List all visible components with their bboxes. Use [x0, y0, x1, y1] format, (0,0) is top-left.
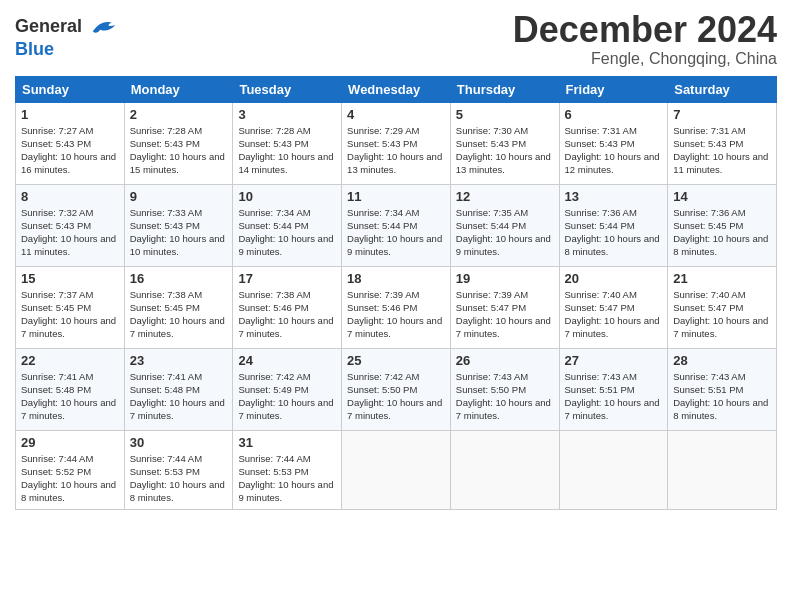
logo-text: General [15, 15, 119, 40]
day-info: Sunrise: 7:28 AMSunset: 5:43 PMDaylight:… [238, 124, 336, 177]
day-info: Sunrise: 7:43 AMSunset: 5:50 PMDaylight:… [456, 370, 554, 423]
calendar-cell: 29 Sunrise: 7:44 AMSunset: 5:52 PMDaylig… [16, 430, 125, 509]
calendar-cell [342, 430, 451, 509]
calendar-cell: 10 Sunrise: 7:34 AMSunset: 5:44 PMDaylig… [233, 184, 342, 266]
day-number: 5 [456, 107, 554, 122]
calendar-week-5: 29 Sunrise: 7:44 AMSunset: 5:52 PMDaylig… [16, 430, 777, 509]
calendar-cell: 16 Sunrise: 7:38 AMSunset: 5:45 PMDaylig… [124, 266, 233, 348]
day-info: Sunrise: 7:41 AMSunset: 5:48 PMDaylight:… [21, 370, 119, 423]
day-info: Sunrise: 7:30 AMSunset: 5:43 PMDaylight:… [456, 124, 554, 177]
day-number: 17 [238, 271, 336, 286]
day-number: 31 [238, 435, 336, 450]
day-number: 16 [130, 271, 228, 286]
day-info: Sunrise: 7:41 AMSunset: 5:48 PMDaylight:… [130, 370, 228, 423]
title-section: December 2024 Fengle, Chongqing, China [513, 10, 777, 68]
calendar-cell: 12 Sunrise: 7:35 AMSunset: 5:44 PMDaylig… [450, 184, 559, 266]
calendar-header-row: SundayMondayTuesdayWednesdayThursdayFrid… [16, 76, 777, 102]
day-number: 26 [456, 353, 554, 368]
day-number: 27 [565, 353, 663, 368]
day-number: 24 [238, 353, 336, 368]
calendar-cell: 11 Sunrise: 7:34 AMSunset: 5:44 PMDaylig… [342, 184, 451, 266]
day-number: 28 [673, 353, 771, 368]
calendar-cell: 15 Sunrise: 7:37 AMSunset: 5:45 PMDaylig… [16, 266, 125, 348]
day-number: 29 [21, 435, 119, 450]
day-header-wednesday: Wednesday [342, 76, 451, 102]
calendar-cell: 22 Sunrise: 7:41 AMSunset: 5:48 PMDaylig… [16, 348, 125, 430]
day-number: 19 [456, 271, 554, 286]
calendar-week-3: 15 Sunrise: 7:37 AMSunset: 5:45 PMDaylig… [16, 266, 777, 348]
day-number: 25 [347, 353, 445, 368]
day-number: 11 [347, 189, 445, 204]
day-number: 1 [21, 107, 119, 122]
day-info: Sunrise: 7:39 AMSunset: 5:47 PMDaylight:… [456, 288, 554, 341]
calendar-cell: 3 Sunrise: 7:28 AMSunset: 5:43 PMDayligh… [233, 102, 342, 184]
day-info: Sunrise: 7:34 AMSunset: 5:44 PMDaylight:… [347, 206, 445, 259]
day-number: 8 [21, 189, 119, 204]
logo: General Blue [15, 15, 119, 60]
day-number: 12 [456, 189, 554, 204]
calendar-week-1: 1 Sunrise: 7:27 AMSunset: 5:43 PMDayligh… [16, 102, 777, 184]
calendar-cell: 26 Sunrise: 7:43 AMSunset: 5:50 PMDaylig… [450, 348, 559, 430]
day-info: Sunrise: 7:43 AMSunset: 5:51 PMDaylight:… [673, 370, 771, 423]
day-number: 13 [565, 189, 663, 204]
calendar-cell: 14 Sunrise: 7:36 AMSunset: 5:45 PMDaylig… [668, 184, 777, 266]
day-number: 4 [347, 107, 445, 122]
calendar-cell [450, 430, 559, 509]
calendar-week-2: 8 Sunrise: 7:32 AMSunset: 5:43 PMDayligh… [16, 184, 777, 266]
day-info: Sunrise: 7:27 AMSunset: 5:43 PMDaylight:… [21, 124, 119, 177]
day-number: 6 [565, 107, 663, 122]
calendar-cell: 17 Sunrise: 7:38 AMSunset: 5:46 PMDaylig… [233, 266, 342, 348]
day-info: Sunrise: 7:33 AMSunset: 5:43 PMDaylight:… [130, 206, 228, 259]
day-info: Sunrise: 7:40 AMSunset: 5:47 PMDaylight:… [673, 288, 771, 341]
day-info: Sunrise: 7:37 AMSunset: 5:45 PMDaylight:… [21, 288, 119, 341]
day-info: Sunrise: 7:36 AMSunset: 5:45 PMDaylight:… [673, 206, 771, 259]
calendar-cell: 23 Sunrise: 7:41 AMSunset: 5:48 PMDaylig… [124, 348, 233, 430]
day-info: Sunrise: 7:32 AMSunset: 5:43 PMDaylight:… [21, 206, 119, 259]
day-number: 9 [130, 189, 228, 204]
calendar-cell: 13 Sunrise: 7:36 AMSunset: 5:44 PMDaylig… [559, 184, 668, 266]
day-info: Sunrise: 7:39 AMSunset: 5:46 PMDaylight:… [347, 288, 445, 341]
calendar-cell: 18 Sunrise: 7:39 AMSunset: 5:46 PMDaylig… [342, 266, 451, 348]
day-info: Sunrise: 7:42 AMSunset: 5:49 PMDaylight:… [238, 370, 336, 423]
day-number: 22 [21, 353, 119, 368]
day-number: 23 [130, 353, 228, 368]
day-number: 15 [21, 271, 119, 286]
calendar-cell: 28 Sunrise: 7:43 AMSunset: 5:51 PMDaylig… [668, 348, 777, 430]
day-header-friday: Friday [559, 76, 668, 102]
calendar-cell: 4 Sunrise: 7:29 AMSunset: 5:43 PMDayligh… [342, 102, 451, 184]
calendar-cell: 2 Sunrise: 7:28 AMSunset: 5:43 PMDayligh… [124, 102, 233, 184]
day-info: Sunrise: 7:28 AMSunset: 5:43 PMDaylight:… [130, 124, 228, 177]
calendar-cell: 6 Sunrise: 7:31 AMSunset: 5:43 PMDayligh… [559, 102, 668, 184]
day-header-thursday: Thursday [450, 76, 559, 102]
day-info: Sunrise: 7:29 AMSunset: 5:43 PMDaylight:… [347, 124, 445, 177]
calendar-cell: 9 Sunrise: 7:33 AMSunset: 5:43 PMDayligh… [124, 184, 233, 266]
day-number: 3 [238, 107, 336, 122]
calendar-cell: 19 Sunrise: 7:39 AMSunset: 5:47 PMDaylig… [450, 266, 559, 348]
calendar-week-4: 22 Sunrise: 7:41 AMSunset: 5:48 PMDaylig… [16, 348, 777, 430]
day-header-monday: Monday [124, 76, 233, 102]
calendar-table: SundayMondayTuesdayWednesdayThursdayFrid… [15, 76, 777, 510]
calendar-cell: 20 Sunrise: 7:40 AMSunset: 5:47 PMDaylig… [559, 266, 668, 348]
calendar-cell: 25 Sunrise: 7:42 AMSunset: 5:50 PMDaylig… [342, 348, 451, 430]
page-container: General Blue December 2024 Fengle, Chong… [0, 0, 792, 520]
day-info: Sunrise: 7:44 AMSunset: 5:52 PMDaylight:… [21, 452, 119, 505]
location-subtitle: Fengle, Chongqing, China [513, 50, 777, 68]
day-number: 7 [673, 107, 771, 122]
day-number: 21 [673, 271, 771, 286]
header: General Blue December 2024 Fengle, Chong… [15, 10, 777, 68]
day-number: 10 [238, 189, 336, 204]
calendar-cell: 21 Sunrise: 7:40 AMSunset: 5:47 PMDaylig… [668, 266, 777, 348]
day-info: Sunrise: 7:43 AMSunset: 5:51 PMDaylight:… [565, 370, 663, 423]
day-number: 14 [673, 189, 771, 204]
day-header-sunday: Sunday [16, 76, 125, 102]
day-number: 30 [130, 435, 228, 450]
day-info: Sunrise: 7:34 AMSunset: 5:44 PMDaylight:… [238, 206, 336, 259]
day-info: Sunrise: 7:38 AMSunset: 5:46 PMDaylight:… [238, 288, 336, 341]
day-number: 2 [130, 107, 228, 122]
calendar-cell: 31 Sunrise: 7:44 AMSunset: 5:53 PMDaylig… [233, 430, 342, 509]
day-info: Sunrise: 7:38 AMSunset: 5:45 PMDaylight:… [130, 288, 228, 341]
day-info: Sunrise: 7:42 AMSunset: 5:50 PMDaylight:… [347, 370, 445, 423]
month-year-title: December 2024 [513, 10, 777, 50]
calendar-cell: 30 Sunrise: 7:44 AMSunset: 5:53 PMDaylig… [124, 430, 233, 509]
logo-text-blue: Blue [15, 40, 119, 60]
